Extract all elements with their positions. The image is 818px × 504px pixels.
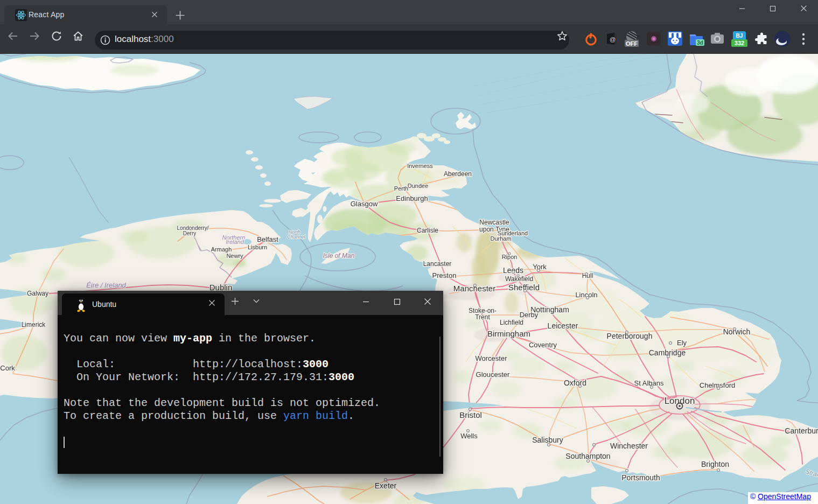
svg-text:Gloucester: Gloucester xyxy=(476,370,511,379)
svg-text:Inverness: Inverness xyxy=(407,163,433,169)
svg-text:Norwich: Norwich xyxy=(723,327,751,336)
svg-text:Galway: Galway xyxy=(27,290,48,297)
svg-text:Birmingham: Birmingham xyxy=(487,329,530,338)
svg-text:Southampton: Southampton xyxy=(565,452,610,460)
svg-text:Perth: Perth xyxy=(394,185,408,192)
svg-text:Salisbury: Salisbury xyxy=(532,436,563,444)
svg-text:Armagh: Armagh xyxy=(211,246,232,253)
svg-text:Wells: Wells xyxy=(460,432,478,440)
svg-text:Cork: Cork xyxy=(0,364,15,372)
svg-text:Worcester: Worcester xyxy=(476,354,508,362)
svg-text:Edinburgh: Edinburgh xyxy=(396,194,428,202)
svg-text:Limerick: Limerick xyxy=(22,321,46,328)
svg-text:St Albans: St Albans xyxy=(634,379,664,387)
svg-text:Glasgow: Glasgow xyxy=(351,200,378,208)
svg-text:Peterborough: Peterborough xyxy=(607,332,653,340)
svg-text:Lisburn: Lisburn xyxy=(248,244,267,250)
svg-text:Trent: Trent xyxy=(475,313,490,321)
svg-text:Leicester: Leicester xyxy=(548,321,578,330)
svg-text:London: London xyxy=(665,396,695,406)
svg-text:Carlisle: Carlisle xyxy=(417,227,438,234)
svg-text:Canterbury: Canterbury xyxy=(785,426,818,435)
svg-text:Derry: Derry xyxy=(183,230,196,236)
svg-text:Newry: Newry xyxy=(226,253,243,259)
svg-text:Bristol: Bristol xyxy=(459,410,482,419)
svg-text:Portsmouth: Portsmouth xyxy=(621,473,660,482)
svg-text:Lichfield: Lichfield xyxy=(500,319,523,326)
svg-text:Winchester: Winchester xyxy=(610,442,648,450)
svg-text:Newcastle: Newcastle xyxy=(479,219,509,226)
svg-text:Ely: Ely xyxy=(677,339,687,347)
svg-text:Dundee: Dundee xyxy=(408,183,429,189)
svg-text:Aberdeen: Aberdeen xyxy=(444,170,472,178)
svg-text:Oxford: Oxford xyxy=(564,379,586,387)
svg-text:Exeter: Exeter xyxy=(375,481,397,490)
svg-text:Preston: Preston xyxy=(432,271,457,279)
svg-text:Brighton: Brighton xyxy=(701,460,729,468)
svg-text:Durham: Durham xyxy=(490,235,511,242)
svg-text:Éire / Ireland: Éire / Ireland xyxy=(86,281,126,289)
svg-text:Coventry: Coventry xyxy=(529,341,557,349)
svg-text:Lancaster: Lancaster xyxy=(423,260,452,268)
svg-text:Channel: Channel xyxy=(287,234,306,240)
svg-text:Ireland: Ireland xyxy=(226,239,244,245)
svg-text:Isle of Man: Isle of Man xyxy=(323,252,355,260)
svg-text:Belfast: Belfast xyxy=(257,235,278,243)
svg-text:Derby: Derby xyxy=(520,311,539,319)
